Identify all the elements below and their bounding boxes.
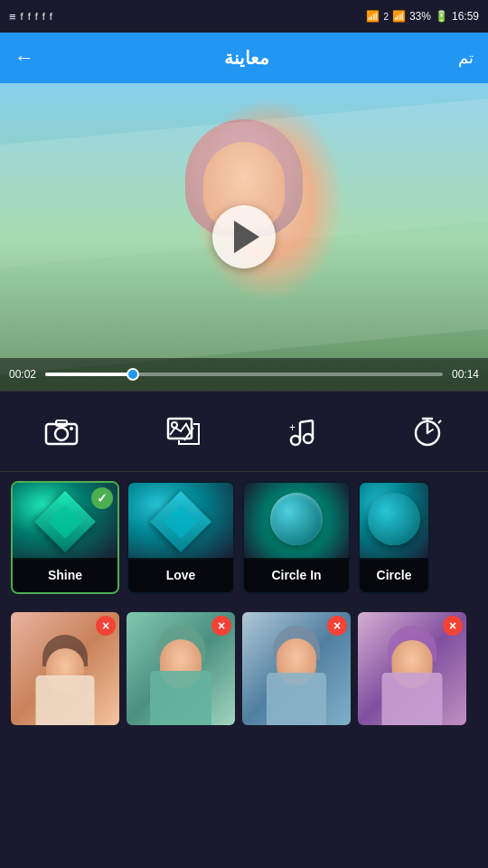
back-button[interactable]: ←: [14, 46, 34, 70]
svg-line-11: [300, 420, 313, 422]
remove-photo-4[interactable]: ×: [443, 616, 463, 636]
time-label: 16:59: [452, 10, 479, 23]
toolbar-edit-image[interactable]: [162, 410, 205, 453]
done-button[interactable]: تم: [458, 48, 474, 68]
svg-point-8: [304, 434, 313, 443]
toolbar-timer[interactable]: [406, 410, 449, 453]
circle-in-label: Circle In: [244, 558, 349, 592]
remove-photo-2[interactable]: ×: [211, 616, 231, 636]
transition-shine[interactable]: ✓ Shine: [11, 481, 119, 594]
svg-point-3: [70, 427, 73, 430]
circle-bg: [360, 483, 428, 560]
notification-icon: ≡: [9, 10, 16, 24]
status-bar: ≡ f f f f f 📶 2 📶 33% 🔋 16:59: [0, 0, 488, 33]
sim-icon: 2: [383, 12, 389, 22]
battery-label: 33%: [409, 10, 431, 23]
progress-track[interactable]: [45, 373, 443, 376]
circle-in-bg: [244, 483, 349, 560]
page-title: معاينة: [224, 47, 269, 69]
remove-photo-1[interactable]: ×: [96, 616, 116, 636]
transition-circle[interactable]: Circle: [358, 481, 430, 594]
progress-bar[interactable]: 00:02 00:14: [0, 358, 488, 391]
svg-point-1: [55, 428, 68, 440]
signal-icon: 📶: [392, 10, 406, 23]
transition-love[interactable]: Love: [127, 481, 235, 594]
svg-text:+: +: [289, 421, 296, 434]
facebook-icon3: f: [35, 11, 38, 22]
video-player: 00:02 00:14: [0, 83, 488, 391]
header: ← معاينة تم: [0, 33, 488, 83]
camera-icon: [40, 410, 83, 453]
current-time: 00:02: [9, 368, 36, 381]
photo-item-3[interactable]: ×: [242, 612, 351, 725]
love-bg: [128, 483, 233, 560]
selected-checkmark: ✓: [91, 487, 113, 509]
photo-item-1[interactable]: ×: [11, 612, 119, 725]
music-icon: +: [284, 410, 327, 453]
facebook-icon: f: [21, 11, 23, 22]
total-time: 00:14: [452, 368, 479, 381]
shine-label: Shine: [13, 558, 117, 592]
transition-circle-in[interactable]: Circle In: [242, 481, 351, 594]
toolbar: +: [0, 391, 488, 472]
svg-point-5: [172, 422, 177, 428]
svg-point-7: [291, 436, 300, 445]
facebook-icon2: f: [28, 11, 31, 22]
timer-icon: [406, 410, 449, 453]
remove-photo-3[interactable]: ×: [327, 616, 347, 636]
status-icons: ≡ f f f f f: [9, 10, 52, 24]
circle-label: Circle: [360, 558, 428, 592]
photo-item-2[interactable]: ×: [127, 612, 235, 725]
photos-strip: × × ×: [0, 603, 488, 734]
edit-image-icon: [162, 410, 205, 453]
progress-fill: [45, 373, 133, 376]
photo-item-4[interactable]: ×: [358, 612, 466, 725]
facebook-icon4: f: [42, 11, 45, 22]
toolbar-music[interactable]: +: [284, 410, 327, 453]
svg-line-18: [438, 420, 441, 423]
wifi-icon: 📶: [366, 10, 380, 23]
love-label: Love: [128, 558, 233, 592]
status-indicators: 📶 2 📶 33% 🔋 16:59: [366, 10, 479, 23]
play-icon: [234, 221, 259, 253]
progress-thumb[interactable]: [127, 368, 139, 381]
battery-icon: 🔋: [435, 10, 448, 23]
facebook-icon5: f: [50, 11, 52, 22]
toolbar-camera[interactable]: [40, 410, 83, 453]
transitions-strip: ✓ Shine Love Circle In Circle: [0, 472, 488, 603]
play-button[interactable]: [212, 205, 276, 269]
